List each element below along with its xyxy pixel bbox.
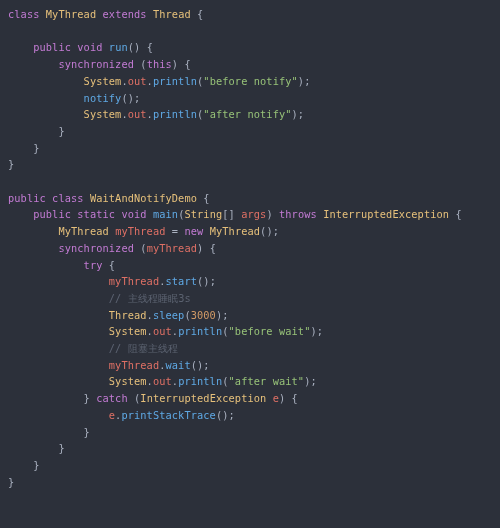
var-mythread: myThread [115, 225, 165, 237]
keyword-public: public [33, 41, 71, 53]
type-system: System [109, 325, 147, 337]
var-mythread: myThread [147, 242, 197, 254]
method-println: println [153, 108, 197, 120]
paren: ) [172, 58, 178, 70]
keyword-synchronized: synchronized [58, 242, 134, 254]
comment: // 主线程睡眠3s [109, 292, 191, 304]
var-args: args [241, 208, 266, 220]
method-notify: notify [84, 92, 122, 104]
method-sleep: sleep [153, 309, 185, 321]
method-println: println [178, 375, 222, 387]
brace: { [109, 259, 115, 271]
type-system: System [109, 375, 147, 387]
string-literal: "after notify" [203, 108, 291, 120]
semicolon: ; [298, 108, 304, 120]
paren: ) [266, 208, 272, 220]
keyword-class: class [8, 8, 40, 20]
member-out: out [128, 108, 147, 120]
var-mythread: myThread [109, 275, 159, 287]
keyword-extends: extends [103, 8, 147, 20]
method-println: println [153, 75, 197, 87]
method-printstacktrace: printStackTrace [121, 409, 216, 421]
keyword-public: public [8, 192, 46, 204]
keyword-synchronized: synchronized [58, 58, 134, 70]
paren: ) [279, 392, 285, 404]
type-thread: Thread [109, 309, 147, 321]
brace: { [197, 8, 203, 20]
code-block: class MyThread extends Thread { public v… [0, 0, 500, 490]
keyword-new: new [184, 225, 203, 237]
method-main: main [153, 208, 178, 220]
equals: = [172, 225, 178, 237]
method-start: start [166, 275, 198, 287]
semicolon: ; [229, 409, 235, 421]
string-literal: "before notify" [203, 75, 298, 87]
brace: } [8, 158, 14, 170]
brace: { [184, 58, 190, 70]
keyword-catch: catch [96, 392, 128, 404]
keyword-try: try [84, 259, 103, 271]
comment: // 阻塞主线程 [109, 342, 178, 354]
string-literal: "after wait" [229, 375, 305, 387]
brace: { [210, 242, 216, 254]
paren: ) [134, 41, 140, 53]
paren: ) [197, 242, 203, 254]
brace: } [8, 476, 14, 488]
semicolon: ; [310, 375, 316, 387]
brace: } [58, 442, 64, 454]
type-string: String [184, 208, 222, 220]
brace: } [33, 459, 39, 471]
semicolon: ; [222, 309, 228, 321]
number-literal: 3000 [191, 309, 216, 321]
bracket: ] [229, 208, 235, 220]
type-mythread: MyThread [46, 8, 96, 20]
semicolon: ; [134, 92, 140, 104]
brace: } [33, 142, 39, 154]
semicolon: ; [304, 75, 310, 87]
member-out: out [128, 75, 147, 87]
keyword-void: void [77, 41, 102, 53]
semicolon: ; [317, 325, 323, 337]
semicolon: ; [210, 275, 216, 287]
brace: { [147, 41, 153, 53]
method-wait: wait [166, 359, 191, 371]
type-waitandnotifydemo: WaitAndNotifyDemo [90, 192, 197, 204]
brace: } [84, 426, 90, 438]
brace: { [455, 208, 461, 220]
type-interruptedexception: InterruptedException [140, 392, 266, 404]
type-thread: Thread [153, 8, 191, 20]
type-mythread: MyThread [58, 225, 108, 237]
semicolon: ; [203, 359, 209, 371]
string-literal: "before wait" [229, 325, 311, 337]
brace: { [292, 392, 298, 404]
keyword-void: void [121, 208, 146, 220]
type-interruptedexception: InterruptedException [323, 208, 449, 220]
keyword-public: public [33, 208, 71, 220]
keyword-this: this [147, 58, 172, 70]
member-out: out [153, 375, 172, 387]
keyword-throws: throws [279, 208, 317, 220]
var-mythread: myThread [109, 359, 159, 371]
type-system: System [84, 75, 122, 87]
keyword-class: class [52, 192, 84, 204]
brace: } [84, 392, 90, 404]
brace: { [203, 192, 209, 204]
method-run: run [109, 41, 128, 53]
member-out: out [153, 325, 172, 337]
brace: } [58, 125, 64, 137]
type-system: System [84, 108, 122, 120]
type-mythread: MyThread [210, 225, 260, 237]
method-println: println [178, 325, 222, 337]
semicolon: ; [273, 225, 279, 237]
keyword-static: static [77, 208, 115, 220]
